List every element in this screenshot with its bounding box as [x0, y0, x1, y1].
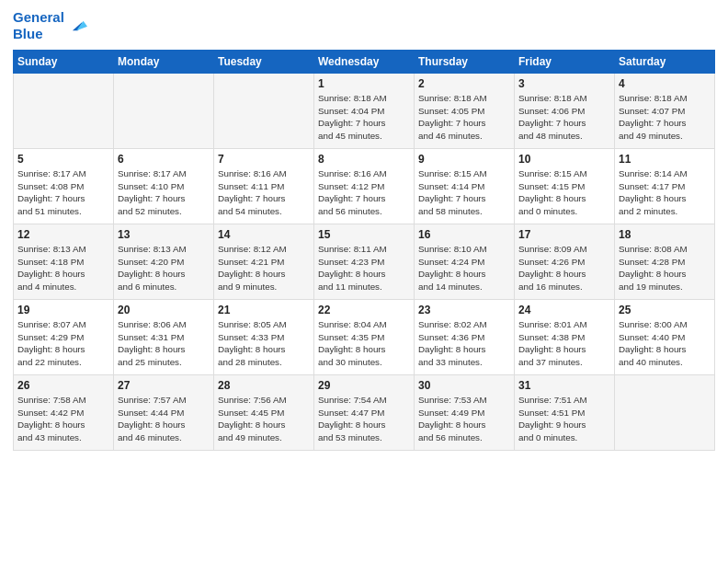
day-info: Sunrise: 8:16 AM Sunset: 4:11 PM Dayligh…: [218, 167, 310, 218]
day-info: Sunrise: 8:18 AM Sunset: 4:05 PM Dayligh…: [418, 92, 510, 143]
day-number: 19: [17, 304, 109, 316]
calendar-cell: [14, 74, 114, 149]
day-number: 2: [418, 77, 510, 90]
day-info: Sunrise: 8:13 AM Sunset: 4:20 PM Dayligh…: [118, 243, 210, 293]
calendar-week-row: 26Sunrise: 7:58 AM Sunset: 4:42 PM Dayli…: [14, 375, 715, 451]
day-number: 12: [17, 228, 109, 241]
calendar-week-row: 12Sunrise: 8:13 AM Sunset: 4:18 PM Dayli…: [14, 224, 715, 300]
day-info: Sunrise: 8:15 AM Sunset: 4:15 PM Dayligh…: [518, 167, 610, 218]
day-info: Sunrise: 8:09 AM Sunset: 4:26 PM Dayligh…: [518, 243, 610, 293]
day-info: Sunrise: 7:51 AM Sunset: 4:51 PM Dayligh…: [518, 394, 610, 444]
day-header-saturday: Saturday: [615, 51, 715, 74]
day-info: Sunrise: 8:07 AM Sunset: 4:29 PM Dayligh…: [17, 318, 109, 369]
calendar-cell: 22Sunrise: 8:04 AM Sunset: 4:35 PM Dayli…: [314, 300, 415, 375]
day-info: Sunrise: 7:56 AM Sunset: 4:45 PM Dayligh…: [218, 394, 310, 444]
logo-icon: [67, 16, 87, 36]
day-info: Sunrise: 7:54 AM Sunset: 4:47 PM Dayligh…: [318, 394, 410, 444]
calendar-cell: 29Sunrise: 7:54 AM Sunset: 4:47 PM Dayli…: [314, 375, 415, 451]
calendar-cell: 14Sunrise: 8:12 AM Sunset: 4:21 PM Dayli…: [214, 224, 314, 300]
day-number: 29: [318, 379, 410, 392]
day-number: 6: [118, 153, 210, 166]
calendar-cell: 30Sunrise: 7:53 AM Sunset: 4:49 PM Dayli…: [415, 375, 515, 451]
day-number: 14: [218, 228, 310, 241]
day-number: 24: [518, 304, 610, 316]
day-number: 27: [118, 379, 210, 392]
calendar-cell: 2Sunrise: 8:18 AM Sunset: 4:05 PM Daylig…: [415, 74, 515, 149]
calendar-week-row: 5Sunrise: 8:17 AM Sunset: 4:08 PM Daylig…: [14, 149, 715, 224]
day-number: 22: [318, 304, 410, 316]
day-number: 15: [318, 228, 410, 241]
calendar-cell: 3Sunrise: 8:18 AM Sunset: 4:06 PM Daylig…: [515, 74, 615, 149]
calendar-cell: 17Sunrise: 8:09 AM Sunset: 4:26 PM Dayli…: [515, 224, 615, 300]
day-info: Sunrise: 8:00 AM Sunset: 4:40 PM Dayligh…: [619, 318, 711, 369]
calendar-cell: 4Sunrise: 8:18 AM Sunset: 4:07 PM Daylig…: [615, 74, 715, 149]
calendar-cell: 16Sunrise: 8:10 AM Sunset: 4:24 PM Dayli…: [415, 224, 515, 300]
day-info: Sunrise: 8:18 AM Sunset: 4:06 PM Dayligh…: [518, 92, 610, 143]
calendar-cell: 20Sunrise: 8:06 AM Sunset: 4:31 PM Dayli…: [114, 300, 214, 375]
calendar-cell: 12Sunrise: 8:13 AM Sunset: 4:18 PM Dayli…: [14, 224, 114, 300]
day-info: Sunrise: 8:01 AM Sunset: 4:38 PM Dayligh…: [518, 318, 610, 369]
header: GeneralBlue: [13, 9, 715, 42]
day-number: 9: [418, 153, 510, 166]
day-number: 18: [619, 228, 711, 241]
calendar-cell: 18Sunrise: 8:08 AM Sunset: 4:28 PM Dayli…: [615, 224, 715, 300]
day-info: Sunrise: 8:17 AM Sunset: 4:08 PM Dayligh…: [17, 167, 109, 218]
day-info: Sunrise: 8:16 AM Sunset: 4:12 PM Dayligh…: [318, 167, 410, 218]
day-info: Sunrise: 7:57 AM Sunset: 4:44 PM Dayligh…: [118, 394, 210, 444]
day-info: Sunrise: 8:17 AM Sunset: 4:10 PM Dayligh…: [118, 167, 210, 218]
calendar-cell: 25Sunrise: 8:00 AM Sunset: 4:40 PM Dayli…: [615, 300, 715, 375]
day-info: Sunrise: 8:12 AM Sunset: 4:21 PM Dayligh…: [218, 243, 310, 293]
day-number: 20: [118, 304, 210, 316]
day-header-sunday: Sunday: [14, 51, 114, 74]
day-header-wednesday: Wednesday: [314, 51, 415, 74]
calendar-cell: 27Sunrise: 7:57 AM Sunset: 4:44 PM Dayli…: [114, 375, 214, 451]
logo-text: GeneralBlue: [13, 9, 64, 42]
day-number: 25: [619, 304, 711, 316]
day-header-monday: Monday: [114, 51, 214, 74]
day-info: Sunrise: 8:13 AM Sunset: 4:18 PM Dayligh…: [17, 243, 109, 293]
day-number: 7: [218, 153, 310, 166]
day-number: 8: [318, 153, 410, 166]
calendar-cell: 24Sunrise: 8:01 AM Sunset: 4:38 PM Dayli…: [515, 300, 615, 375]
day-number: 16: [418, 228, 510, 241]
day-info: Sunrise: 8:10 AM Sunset: 4:24 PM Dayligh…: [418, 243, 510, 293]
day-info: Sunrise: 7:53 AM Sunset: 4:49 PM Dayligh…: [418, 394, 510, 444]
day-info: Sunrise: 8:15 AM Sunset: 4:14 PM Dayligh…: [418, 167, 510, 218]
day-number: 4: [619, 77, 711, 90]
day-number: 23: [418, 304, 510, 316]
day-info: Sunrise: 8:14 AM Sunset: 4:17 PM Dayligh…: [619, 167, 711, 218]
calendar-cell: 31Sunrise: 7:51 AM Sunset: 4:51 PM Dayli…: [515, 375, 615, 451]
day-info: Sunrise: 8:06 AM Sunset: 4:31 PM Dayligh…: [118, 318, 210, 369]
day-number: 30: [418, 379, 510, 392]
day-info: Sunrise: 8:18 AM Sunset: 4:07 PM Dayligh…: [619, 92, 711, 143]
page: GeneralBlue SundayMondayTuesdayWednesday…: [0, 0, 728, 460]
calendar-cell: [214, 74, 314, 149]
day-number: 13: [118, 228, 210, 241]
calendar-cell: 19Sunrise: 8:07 AM Sunset: 4:29 PM Dayli…: [14, 300, 114, 375]
day-number: 3: [518, 77, 610, 90]
logo: GeneralBlue: [13, 9, 87, 42]
calendar-week-row: 1Sunrise: 8:18 AM Sunset: 4:04 PM Daylig…: [14, 74, 715, 149]
day-header-tuesday: Tuesday: [214, 51, 314, 74]
day-number: 28: [218, 379, 310, 392]
calendar-cell: 21Sunrise: 8:05 AM Sunset: 4:33 PM Dayli…: [214, 300, 314, 375]
calendar-cell: 6Sunrise: 8:17 AM Sunset: 4:10 PM Daylig…: [114, 149, 214, 224]
calendar-cell: 1Sunrise: 8:18 AM Sunset: 4:04 PM Daylig…: [314, 74, 415, 149]
day-info: Sunrise: 8:05 AM Sunset: 4:33 PM Dayligh…: [218, 318, 310, 369]
calendar-week-row: 19Sunrise: 8:07 AM Sunset: 4:29 PM Dayli…: [14, 300, 715, 375]
day-info: Sunrise: 8:08 AM Sunset: 4:28 PM Dayligh…: [619, 243, 711, 293]
calendar-cell: 10Sunrise: 8:15 AM Sunset: 4:15 PM Dayli…: [515, 149, 615, 224]
calendar-cell: 7Sunrise: 8:16 AM Sunset: 4:11 PM Daylig…: [214, 149, 314, 224]
calendar-cell: 26Sunrise: 7:58 AM Sunset: 4:42 PM Dayli…: [14, 375, 114, 451]
calendar-cell: 9Sunrise: 8:15 AM Sunset: 4:14 PM Daylig…: [415, 149, 515, 224]
calendar-header-row: SundayMondayTuesdayWednesdayThursdayFrid…: [14, 51, 715, 74]
day-number: 1: [318, 77, 410, 90]
day-info: Sunrise: 8:11 AM Sunset: 4:23 PM Dayligh…: [318, 243, 410, 293]
day-info: Sunrise: 7:58 AM Sunset: 4:42 PM Dayligh…: [17, 394, 109, 444]
day-info: Sunrise: 8:18 AM Sunset: 4:04 PM Dayligh…: [318, 92, 410, 143]
calendar-cell: [114, 74, 214, 149]
day-header-friday: Friday: [515, 51, 615, 74]
calendar-cell: 11Sunrise: 8:14 AM Sunset: 4:17 PM Dayli…: [615, 149, 715, 224]
day-number: 21: [218, 304, 310, 316]
calendar-cell: [615, 375, 715, 451]
